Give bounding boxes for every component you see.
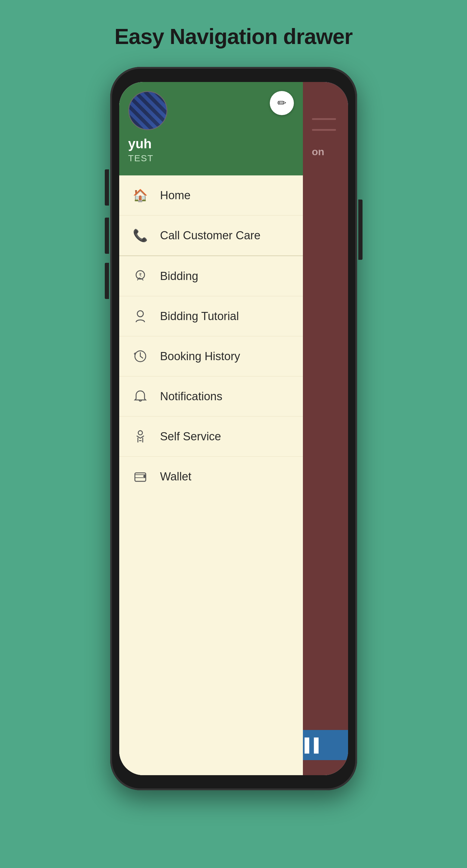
drawer-container: ✏ yuh TEST 🏠 Home 📞 Call Customer Care <box>119 82 348 775</box>
avatar-image <box>129 92 167 129</box>
nav-item-wallet[interactable]: Wallet <box>119 457 303 496</box>
home-icon: 🏠 <box>131 186 149 204</box>
edit-icon: ✏ <box>277 97 286 110</box>
nav-label-booking-history: Booking History <box>160 350 240 363</box>
avatar-row: ✏ <box>128 91 294 130</box>
svg-point-2 <box>137 311 143 317</box>
nav-item-notifications[interactable]: Notifications <box>119 376 303 416</box>
nav-label-self-service: Self Service <box>160 430 221 443</box>
nav-item-bidding-tutorial[interactable]: Bidding Tutorial <box>119 296 303 336</box>
svg-text:₹: ₹ <box>139 273 142 278</box>
edit-profile-button[interactable]: ✏ <box>270 91 294 115</box>
bidding-icon: ₹ <box>131 267 149 285</box>
behind-line-1 <box>312 118 336 120</box>
nav-label-bidding-tutorial: Bidding Tutorial <box>160 310 239 323</box>
wallet-icon <box>131 467 149 486</box>
nav-label-call-customer-care: Call Customer Care <box>160 229 261 242</box>
bidding-tutorial-icon <box>131 307 149 325</box>
bell-icon <box>131 387 149 405</box>
nav-item-call-customer-care[interactable]: 📞 Call Customer Care <box>119 216 303 255</box>
nav-label-wallet: Wallet <box>160 470 192 483</box>
behind-line-2 <box>312 129 336 131</box>
page-title: Easy Navigation drawer <box>114 24 352 49</box>
nav-item-home[interactable]: 🏠 Home <box>119 176 303 216</box>
nav-label-home: Home <box>160 189 191 202</box>
phone-screen: 09:53 Tue ▲ ▮ ← GTS Driver Your document… <box>119 82 348 775</box>
drawer-username: yuh <box>128 136 294 151</box>
behind-text: on <box>312 146 348 158</box>
nav-item-self-service[interactable]: Self Service <box>119 416 303 457</box>
phone-shell: 09:53 Tue ▲ ▮ ← GTS Driver Your document… <box>110 67 357 790</box>
drawer-panel: ✏ yuh TEST 🏠 Home 📞 Call Customer Care <box>119 82 303 775</box>
nav-label-notifications: Notifications <box>160 390 223 403</box>
nav-menu: 🏠 Home 📞 Call Customer Care ₹ <box>119 176 303 775</box>
drawer-subtitle: TEST <box>128 153 294 163</box>
behind-panel: on <box>303 82 348 775</box>
avatar <box>128 91 167 130</box>
svg-point-4 <box>138 431 142 435</box>
nav-item-booking-history[interactable]: Booking History <box>119 336 303 376</box>
self-service-icon <box>131 427 149 445</box>
nav-label-bidding: Bidding <box>160 270 198 283</box>
phone-icon: 📞 <box>131 226 149 244</box>
history-icon <box>131 347 149 365</box>
svg-point-7 <box>143 475 146 477</box>
nav-item-bidding[interactable]: ₹ Bidding <box>119 255 303 296</box>
drawer-header: ✏ yuh TEST <box>119 82 303 176</box>
